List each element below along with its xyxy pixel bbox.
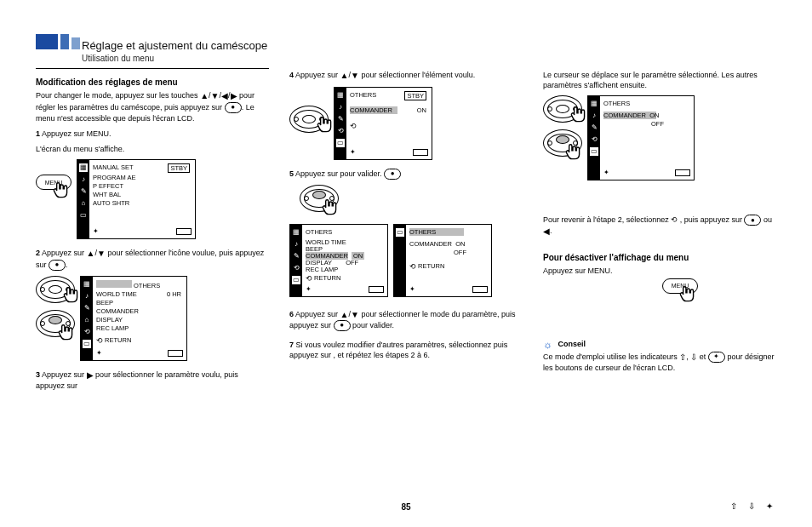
menu-screen-4: ▦♪✎⟲▭ OTHERS WORLD TIME BEEP COMMANDERON… (289, 224, 388, 297)
menu-screen-6: ▦♪✎⟲▭ OTHERS COMMANDER ON OFF ✦ (587, 95, 695, 180)
result-text: Le curseur se déplace sur le paramètre s… (543, 70, 776, 90)
page-subtitle: Utilisation du menu (82, 54, 269, 63)
dpad-press-illust (300, 185, 339, 212)
up-arrow-icon: ▲ (200, 91, 209, 100)
exec-icon: ● (334, 320, 351, 331)
exec-icon: ● (384, 169, 401, 180)
return-text: Pour revenir à l'étape 2, sélectionnez ⟲… (543, 215, 776, 238)
tip-block: ☼ Conseil Ce mode d'emploi utilise les i… (543, 338, 776, 374)
nav-up-icon[interactable]: ⇧ (728, 501, 739, 512)
page-nav: ⇧ ⇩ ✦ (728, 501, 775, 512)
return-icon: ⟲ (671, 215, 678, 224)
menu-button-illust: MENU (662, 278, 698, 294)
step-2: 2 Appuyez sur ▲/▼ pour sélectionner l'ic… (36, 248, 269, 271)
menu-screen-3: ▦♪✎⟲▭ OTHERS STBY COMMANDERON ⟲ ✦ (334, 87, 432, 160)
quit-body: Appuyez sur MENU. (543, 266, 776, 276)
right-arrow-icon: ▶ (231, 91, 237, 100)
dpad-illust (289, 106, 329, 133)
section-title: Modification des réglages de menu (36, 77, 269, 87)
dpad-illust (36, 276, 75, 303)
step-1: 1 Appuyez sur MENU. (36, 129, 269, 139)
left-arrow-icon: ◀ (221, 91, 228, 100)
quit-title: Pour désactiver l'affichage du menu (543, 253, 776, 262)
intro-text: Pour changer le mode, appuyez sur les to… (36, 90, 269, 123)
exec-icon: ● (225, 102, 242, 113)
dpad-press-illust (543, 129, 582, 157)
exec-icon: ● (49, 260, 66, 271)
step-5: 5 Appuyez sur pour valider. ● (289, 169, 523, 180)
step-7: 7 Si vous voulez modifier d'autres param… (289, 340, 523, 360)
menu-screen-5: ▭ OTHERS COMMANDER ON OFF ⟲ RETURN ✦ (393, 224, 492, 297)
tip-bulb-icon: ☼ (543, 339, 552, 351)
dpad-illust (543, 95, 582, 123)
down-arrow-icon: ▼ (211, 91, 220, 100)
page-title: Réglage et ajustement du caméscope (82, 39, 269, 52)
nav-down-icon[interactable]: ⇩ (746, 501, 757, 512)
step-4: 4 Appuyez sur ▲/▼ pour sélectionner l'él… (289, 70, 523, 82)
header-rule (36, 68, 269, 69)
menu-button-illust: MENU (36, 175, 71, 190)
menu-screen-2: ▦♪✎⌂⟲▭ OTHERS WORLD TIME0 HR BEEP COMMAN… (80, 276, 187, 361)
nav-target-icon[interactable]: ✦ (763, 501, 775, 512)
exec-icon: ● (744, 215, 761, 226)
page-number: 85 (401, 502, 410, 512)
step-1-result: L'écran du menu s'affiche. (36, 144, 269, 154)
menu-screen-1: ▦♪✎⌂▭ MANUAL SET STBY PROGRAM AE P EFFEC… (77, 159, 196, 239)
dpad-press-illust (36, 310, 75, 337)
step-6: 6 Appuyez sur ▲/▼ pour sélectionner le m… (289, 309, 523, 332)
step-3: 3 Appuyez sur ▶ pour sélectionner le par… (36, 369, 269, 392)
